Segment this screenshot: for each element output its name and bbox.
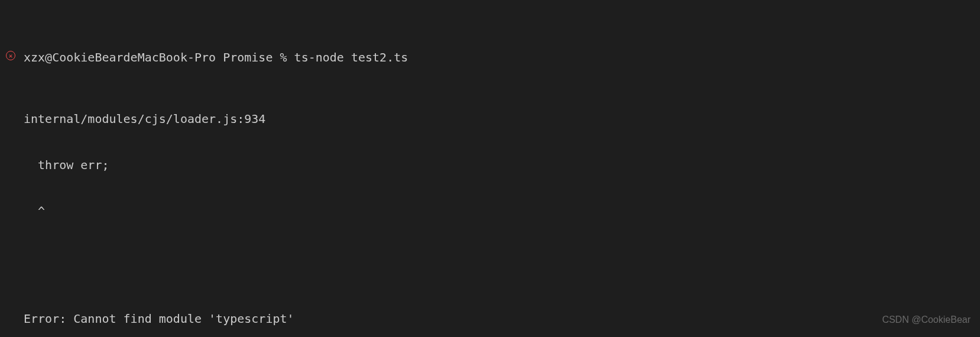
- error-icon: ✕: [4, 50, 24, 60]
- blank-line: [0, 249, 980, 265]
- prompt-text: xzx@CookieBeardeMacBook-Pro Promise % ts…: [24, 50, 408, 65]
- throw-line: throw err;: [0, 157, 980, 173]
- caret-line: ^: [0, 203, 980, 219]
- loader-line: internal/modules/cjs/loader.js:934: [0, 111, 980, 127]
- error-message: Error: Cannot find module 'typescript': [0, 311, 980, 326]
- watermark: CSDN @CookieBear: [882, 312, 971, 328]
- prompt-line: ✕ xzx@CookieBeardeMacBook-Pro Promise % …: [0, 50, 980, 65]
- terminal-output[interactable]: ✕ xzx@CookieBeardeMacBook-Pro Promise % …: [0, 0, 980, 337]
